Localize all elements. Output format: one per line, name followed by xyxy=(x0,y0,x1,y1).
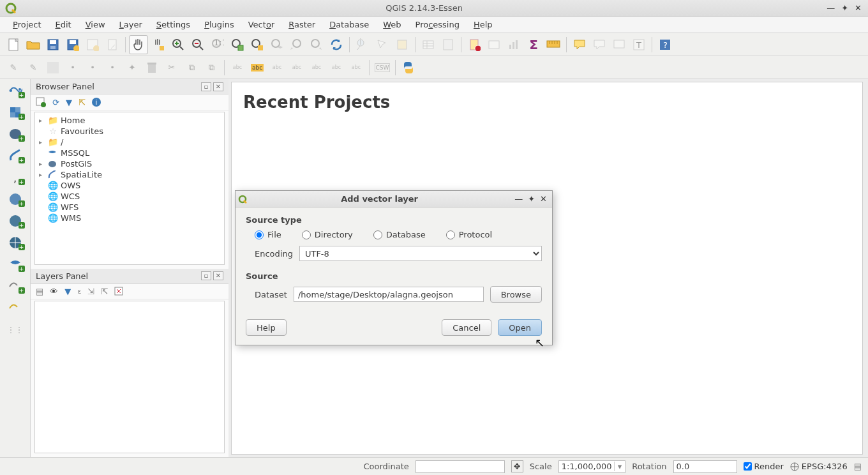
drag-handle-icon[interactable]: ⋮⋮ xyxy=(4,320,26,338)
open-project-icon[interactable] xyxy=(24,35,43,54)
bookmark-new-icon[interactable] xyxy=(465,35,484,54)
menu-vector[interactable]: Vector xyxy=(242,18,281,31)
menu-database[interactable]: Database xyxy=(323,18,375,31)
csw-icon[interactable]: CSW xyxy=(373,58,392,77)
form-annotation-icon[interactable] xyxy=(610,35,629,54)
zoom-full-icon[interactable] xyxy=(228,35,247,54)
menu-web[interactable]: Web xyxy=(377,18,407,31)
menu-view[interactable]: View xyxy=(79,18,112,31)
label-abc7-icon[interactable]: abc xyxy=(347,58,366,77)
identify-icon[interactable]: i xyxy=(353,35,372,54)
add-vector-icon[interactable]: + xyxy=(4,82,26,100)
radio-database[interactable]: Database xyxy=(373,230,426,239)
close-icon[interactable]: ✕ xyxy=(855,3,862,13)
toggle-extents-icon[interactable]: ✥ xyxy=(511,460,523,472)
add-raster-icon[interactable]: + xyxy=(4,103,26,121)
browse-button[interactable]: Browse xyxy=(490,286,542,303)
maximize-icon[interactable]: ✦ xyxy=(841,3,848,13)
crs-button[interactable]: EPSG:4326 xyxy=(790,462,848,471)
filter-icon[interactable]: ▼ xyxy=(66,98,72,107)
add-wcs-icon[interactable]: + xyxy=(4,212,26,230)
composer-manager-icon[interactable] xyxy=(103,35,122,54)
add-wms-icon[interactable]: + xyxy=(4,190,26,208)
visibility-icon[interactable]: 👁 xyxy=(50,287,58,296)
open-button[interactable]: Open xyxy=(498,319,542,336)
tree-item[interactable]: OWS xyxy=(61,181,80,190)
python-console-icon[interactable] xyxy=(399,58,418,77)
measure-icon[interactable] xyxy=(544,35,563,54)
deselect-icon[interactable] xyxy=(393,35,412,54)
expression-icon[interactable]: ε xyxy=(77,287,81,296)
copy-icon[interactable]: ⧉ xyxy=(182,58,201,77)
radio-file[interactable]: File xyxy=(255,230,281,239)
tree-item[interactable]: Favourites xyxy=(61,126,103,136)
new-project-icon[interactable] xyxy=(4,35,23,54)
refresh-icon[interactable] xyxy=(327,35,346,54)
remove-layer-icon[interactable] xyxy=(114,287,123,296)
radio-directory[interactable]: Directory xyxy=(302,230,353,239)
cancel-button[interactable]: Cancel xyxy=(442,319,491,336)
coordinate-input[interactable] xyxy=(415,460,505,473)
messages-icon[interactable]: ▤ xyxy=(854,462,862,471)
scale-input[interactable] xyxy=(559,461,614,472)
save-edits-icon[interactable] xyxy=(43,58,63,77)
print-composer-icon[interactable] xyxy=(83,35,102,54)
panel-undock-icon[interactable]: ▫ xyxy=(201,82,211,91)
label-abc3-icon[interactable]: abc xyxy=(267,58,287,77)
dialog-close-icon[interactable]: ✕ xyxy=(540,194,547,204)
zoom-in-icon[interactable] xyxy=(168,35,188,54)
pan-to-selection-icon[interactable] xyxy=(149,35,168,54)
panel-close-icon[interactable]: ✕ xyxy=(213,82,223,91)
browser-tree[interactable]: ▸📁Home ☆Favourites ▸📁/ MSSQL ▸PostGIS ▸S… xyxy=(34,112,225,265)
radio-protocol[interactable]: Protocol xyxy=(446,230,492,239)
add-wfs-icon[interactable]: + xyxy=(4,234,26,252)
bookmark-show-icon[interactable] xyxy=(484,35,504,54)
help-button[interactable]: Help xyxy=(246,319,287,336)
help-icon[interactable]: ? xyxy=(655,35,675,54)
tree-item[interactable]: WCS xyxy=(61,192,80,201)
zoom-native-icon[interactable]: 1:1 xyxy=(208,35,227,54)
panel-undock-icon[interactable]: ▫ xyxy=(201,271,211,280)
panel-close-icon[interactable]: ✕ xyxy=(213,271,223,280)
tool5-icon[interactable]: • xyxy=(103,58,122,77)
zoom-next-icon[interactable] xyxy=(307,35,326,54)
tree-item[interactable]: / xyxy=(61,137,63,147)
open-attribute-table-icon[interactable] xyxy=(419,35,438,54)
menu-layer[interactable]: Layer xyxy=(113,18,149,31)
zoom-layer-icon[interactable] xyxy=(267,35,287,54)
pan-icon[interactable] xyxy=(129,35,148,54)
label-abc4-icon[interactable]: abc xyxy=(287,58,306,77)
maptips-icon[interactable] xyxy=(570,35,589,54)
select-icon[interactable] xyxy=(373,35,392,54)
menu-settings[interactable]: Settings xyxy=(150,18,197,31)
label-abc2-icon[interactable]: abc xyxy=(248,58,267,77)
add-delimited-icon[interactable]: ,+ xyxy=(4,169,26,186)
label-abc5-icon[interactable]: abc xyxy=(307,58,326,77)
add-postgis-icon[interactable]: + xyxy=(4,125,26,143)
dialog-minimize-icon[interactable]: — xyxy=(514,194,523,204)
menu-raster[interactable]: Raster xyxy=(282,18,322,31)
menu-plugins[interactable]: Plugins xyxy=(198,18,241,31)
expand-all-icon[interactable]: ⇲ xyxy=(87,287,94,296)
rotation-input[interactable] xyxy=(673,460,737,473)
edit-pencil-icon[interactable]: ✎ xyxy=(4,58,23,77)
paste-icon[interactable]: ⧉ xyxy=(202,58,221,77)
label-abc6-icon[interactable]: abc xyxy=(327,58,346,77)
encoding-select[interactable]: UTF-8 xyxy=(299,246,542,261)
menu-help[interactable]: Help xyxy=(467,18,499,31)
minimize-icon[interactable]: — xyxy=(827,3,835,13)
add-oracle-icon[interactable]: + xyxy=(4,277,26,295)
new-shapefile-icon[interactable] xyxy=(4,299,26,317)
save-icon[interactable] xyxy=(43,35,63,54)
zoom-last-icon[interactable] xyxy=(287,35,306,54)
menu-processing[interactable]: Processing xyxy=(409,18,466,31)
menu-project[interactable]: Project xyxy=(6,18,48,31)
delete-icon[interactable] xyxy=(142,58,161,77)
collapse-icon[interactable]: ⇱ xyxy=(79,98,86,107)
zoom-out-icon[interactable] xyxy=(188,35,207,54)
edit-pencil2-icon[interactable]: ✎ xyxy=(24,58,43,77)
add-mssql-icon[interactable]: + xyxy=(4,255,26,273)
tree-item[interactable]: PostGIS xyxy=(61,159,92,169)
tool4-icon[interactable]: • xyxy=(83,58,102,77)
stats-icon[interactable] xyxy=(504,35,523,54)
